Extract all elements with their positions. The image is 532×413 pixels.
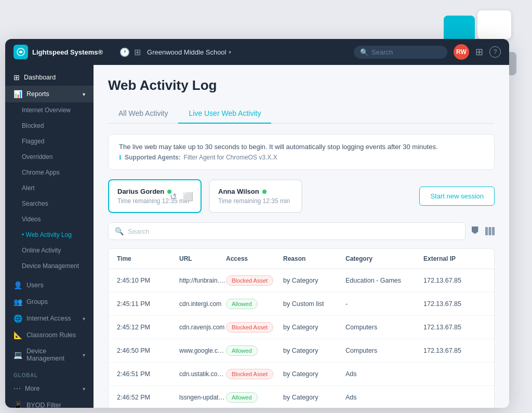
sidebar-label-flagged: Flagged [22,138,44,145]
main-window: Lightspeed Systems® 🕐 ⊞ Greenwood Middle… [5,39,509,408]
sidebar-label-blocked: Blocked [22,122,44,129]
session-actions-darius: ↺ ⬜ [169,190,194,202]
sidebar-label-alert: Alert [22,184,35,192]
cell-url: lssngen-updates-west.s3-adws.com [179,394,226,401]
sidebar-item-overridden[interactable]: Overridden [5,149,94,165]
sidebar-label-web-activity-log: • Web Activity Log [22,231,72,238]
sidebar-item-searches[interactable]: Searches [5,196,94,211]
session-time-anna: Time remaining 12:35 min [218,197,293,205]
cell-url: cdn.ravenjs.com [179,324,226,331]
app-wrapper: Lightspeed Systems® 🕐 ⊞ Greenwood Middle… [0,0,532,413]
sidebar-item-classroom-rules[interactable]: 📐 Classroom Rules [5,327,94,343]
sidebar-item-dashboard[interactable]: ⊞ Dashboard [5,69,94,86]
sidebar-label-internet-access: Internet Access [26,315,71,322]
sidebar-item-users[interactable]: 👤 Users [5,277,94,294]
history-icon[interactable]: 🕐 [119,47,130,57]
sidebar-label-searches: Searches [22,200,48,207]
classroom-rules-icon: 📐 [14,331,22,339]
sidebar-item-videos[interactable]: Videos [5,211,94,227]
col-header-external-ip: External IP [423,255,486,262]
cell-time: 2:45:11 PM [117,300,179,308]
session-name-anna: Anna Wilson [218,188,293,195]
table-row[interactable]: 2:45:10 PM http://funbrain.com Blocked A… [109,269,494,292]
sidebar-label-dashboard: Dashboard [24,74,56,81]
topbar-nav-icons: 🕐 ⊞ [119,47,141,57]
sidebar-item-alert[interactable]: Alert [5,180,94,196]
internet-access-icon: 🌐 [14,314,22,323]
sidebar-label-more: More [25,385,39,392]
data-table: Time URL Access Reason Category External… [108,248,495,408]
supported-agents: ℹ Supported Agents: Filter Agent for Chr… [119,154,484,161]
tab-live-user-web-activity[interactable]: Live User Web Activity [178,104,271,124]
topbar: Lightspeed Systems® 🕐 ⊞ Greenwood Middle… [5,39,509,65]
sidebar-label-byod-filter: BYOD Filter [26,402,61,408]
sidebar-item-device-management-sub[interactable]: Device Management [5,258,94,274]
logo-text: Lightspeed Systems® [32,48,103,56]
grid-nav-icon[interactable]: ⊞ [134,47,141,57]
table-row[interactable]: 2:46:51 PM cdn.ustatik.com/s/view/**/***… [109,363,494,386]
sidebar-item-web-activity-log[interactable]: • Web Activity Log [5,227,94,243]
start-session-button[interactable]: Start new session [419,186,495,206]
table-header: Time URL Access Reason Category External… [109,249,494,269]
sidebar-item-reports[interactable]: 📊 Reports ▾ [5,86,94,102]
session-card-darius[interactable]: Darius Gorden Time remaining 12:35 min ↺… [108,179,202,213]
session-stop-icon[interactable]: ⬜ [182,190,194,202]
sidebar: ⊞ Dashboard 📊 Reports ▾ Internet Overvie… [5,65,94,408]
session-undo-icon[interactable]: ↺ [169,190,178,202]
topbar-search: 🔍 [354,46,447,59]
info-text: The live web may take up to 30 seconds t… [119,143,484,151]
table-row[interactable]: 2:46:50 PM www.google.com/uviwer?qkid%es… [109,339,494,363]
cell-url: cdn.ustatik.com/s/view/**/******... [179,370,226,378]
sidebar-label-internet-overview: Internet Overview [22,106,71,114]
sidebar-item-byod-filter[interactable]: 📱 BYOD Filter [5,397,94,408]
sidebar-item-chrome-apps[interactable]: Chrome Apps [5,165,94,180]
table-search-icon: 🔍 [115,227,124,235]
table-row[interactable]: 2:45:11 PM cdn.intergi.com Allowed by Cu… [109,292,494,316]
svg-rect-3 [492,227,495,235]
filter-icon[interactable]: ⛊ [471,226,480,237]
table-row[interactable]: 2:46:52 PM lssngen-updates-west.s3-adws.… [109,386,494,408]
sidebar-item-blocked[interactable]: Blocked [5,118,94,134]
sidebar-item-groups[interactable]: 👥 Groups [5,294,94,310]
byod-filter-icon: 📱 [14,401,22,408]
cell-reason: by Category [283,277,345,284]
apps-grid-icon[interactable]: ⊞ [475,46,483,58]
cell-url: http://funbrain.com [179,277,226,284]
cell-reason: by Category [283,394,345,401]
search-bar-row: 🔍 ⛊ [108,222,495,240]
table-search-input[interactable] [128,228,459,235]
svg-rect-2 [489,227,491,235]
table-row[interactable]: 2:45:12 PM cdn.ravenjs.com Blocked Asset… [109,316,494,339]
cell-time: 2:46:51 PM [117,370,179,378]
cell-access: Blocked Asset [226,369,283,379]
help-icon[interactable]: ? [489,46,501,58]
avatar-initials: RW [456,48,467,56]
col-header-reason: Reason [283,255,345,262]
supported-agents-label: Supported Agents: [125,154,181,161]
session-card-anna[interactable]: Anna Wilson Time remaining 12:35 min [209,179,302,213]
cell-time: 2:45:10 PM [117,277,179,284]
sidebar-item-internet-access[interactable]: 🌐 Internet Access ▾ [5,310,94,327]
internet-access-arrow-icon: ▾ [83,316,85,322]
cell-category: Computers [345,324,423,331]
tab-all-web-activity[interactable]: All Web Activity [108,104,178,124]
cell-url: cdn.intergi.com [179,300,226,308]
sidebar-label-overridden: Overridden [22,153,52,161]
supported-agents-value: Filter Agent for ChromeOS v3.X.X [184,154,277,161]
main-content: Web Activity Log All Web Activity Live U… [94,65,509,408]
cell-reason: by Custom list [283,300,345,308]
school-name: Greenwood Middle School [147,48,226,56]
sidebar-item-internet-overview[interactable]: Internet Overview [5,102,94,118]
sidebar-item-flagged[interactable]: Flagged [5,134,94,149]
cell-category: Education - Games [345,277,423,284]
school-selector[interactable]: Greenwood Middle School ▾ [147,48,231,56]
sidebar-item-online-activity[interactable]: Online Activity [5,243,94,258]
avatar[interactable]: RW [454,44,469,60]
col-header-access: Access [226,255,283,262]
cell-reason: by Category [283,370,345,378]
cell-access: Blocked Asset [226,322,283,332]
sidebar-item-more[interactable]: ⋯ More ▾ [5,380,94,397]
columns-icon[interactable] [485,227,495,235]
sidebar-item-device-management[interactable]: 💻 Device Management ▾ [5,343,94,366]
topbar-search-input[interactable] [371,48,439,56]
